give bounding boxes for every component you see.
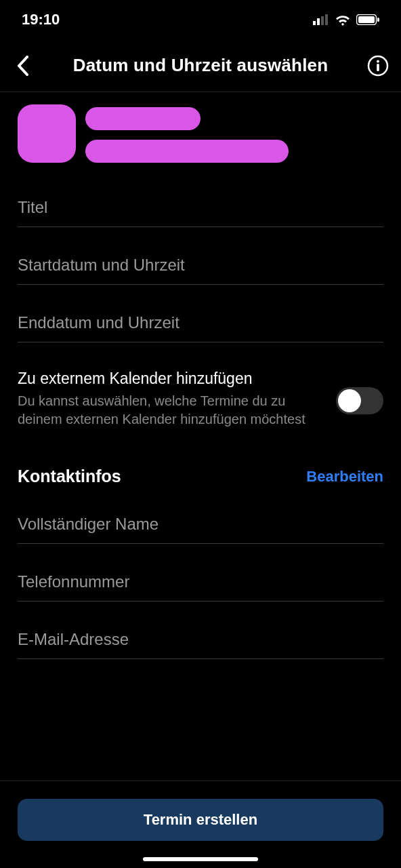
profile-name-redacted xyxy=(85,107,200,130)
svg-point-8 xyxy=(377,60,379,62)
contact-info-heading: Kontaktinfos xyxy=(18,467,121,486)
full-name-input[interactable] xyxy=(18,511,383,544)
start-datetime-input[interactable] xyxy=(18,252,383,285)
external-calendar-desc: Du kannst auswählen, welche Termine du z… xyxy=(18,392,324,429)
phone-input[interactable] xyxy=(18,568,383,601)
external-calendar-toggle[interactable] xyxy=(336,387,383,414)
email-input[interactable] xyxy=(18,626,383,659)
page-title: Datum und Uhrzeit auswählen xyxy=(37,55,364,76)
svg-rect-1 xyxy=(317,18,320,25)
title-input[interactable] xyxy=(18,194,383,227)
home-indicator xyxy=(143,857,258,861)
cellular-icon xyxy=(313,14,329,25)
status-time: 19:10 xyxy=(22,11,60,28)
svg-rect-0 xyxy=(313,21,316,25)
status-bar: 19:10 xyxy=(0,0,401,39)
svg-rect-2 xyxy=(321,16,324,25)
info-icon xyxy=(367,55,389,77)
bottom-bar: Termin erstellen xyxy=(0,781,401,868)
avatar-redacted xyxy=(18,104,76,163)
profile-block xyxy=(18,92,383,170)
battery-icon xyxy=(356,14,379,25)
profile-detail-redacted xyxy=(85,140,289,163)
svg-rect-9 xyxy=(377,64,379,71)
info-button[interactable] xyxy=(364,52,392,79)
end-datetime-input[interactable] xyxy=(18,309,383,342)
create-appointment-button[interactable]: Termin erstellen xyxy=(18,799,383,841)
chevron-left-icon xyxy=(17,56,29,76)
status-icons xyxy=(313,14,379,26)
svg-rect-3 xyxy=(325,14,328,25)
back-button[interactable] xyxy=(9,52,37,79)
svg-rect-5 xyxy=(358,16,375,23)
wifi-icon xyxy=(335,14,351,26)
external-calendar-title: Zu externem Kalender hinzufügen xyxy=(18,370,324,388)
edit-contact-button[interactable]: Bearbeiten xyxy=(306,468,383,486)
svg-rect-6 xyxy=(377,18,379,22)
page-header: Datum und Uhrzeit auswählen xyxy=(0,39,401,92)
